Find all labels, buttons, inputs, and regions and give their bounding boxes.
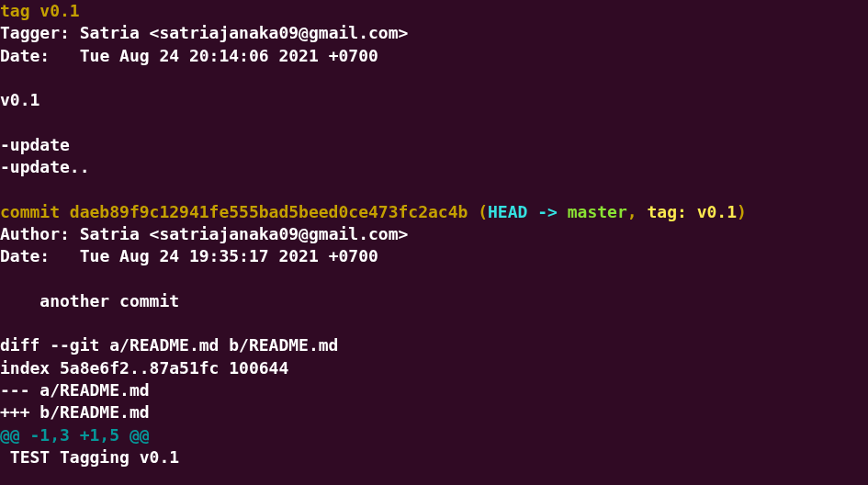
commit-message: another commit: [0, 291, 179, 310]
tag-msg-2: -update..: [0, 157, 90, 176]
author-label: Author:: [0, 224, 80, 243]
commit-date-label: Date:: [0, 246, 80, 265]
paren-close: ): [737, 202, 747, 221]
tag-version: v0.1: [0, 90, 39, 109]
tag-ref: tag: v0.1: [647, 202, 737, 221]
commit-hash: daeb89f9c12941fe555bad5beed0ce473fc2ac4b: [70, 202, 468, 221]
diff-index: index 5a8e6f2..87a51fc 100644: [0, 358, 288, 378]
diff-plus-file: +++ b/README.md: [0, 402, 150, 422]
author-value: Satria <satriajanaka09@gmail.com>: [80, 224, 409, 243]
diff-minus-file: --- a/README.md: [0, 380, 150, 400]
tagger-label: Tagger:: [0, 23, 80, 42]
diff-header: diff --git a/README.md b/README.md: [0, 335, 338, 355]
tag-msg-1: -update: [0, 135, 70, 154]
tag-date-label: Date:: [0, 46, 80, 65]
head-ref: HEAD ->: [488, 202, 568, 221]
tag-date-value: Tue Aug 24 20:14:06 2021 +0700: [80, 46, 378, 65]
tagger-value: Satria <satriajanaka09@gmail.com>: [80, 23, 409, 42]
paren-open: (: [468, 202, 488, 221]
comma-sep: ,: [627, 202, 648, 221]
tag-header-line: tag v0.1: [0, 1, 80, 20]
diff-context-1: TEST Tagging v0.1: [0, 447, 179, 467]
commit-date-value: Tue Aug 24 19:35:17 2021 +0700: [80, 246, 378, 265]
commit-prefix: commit: [0, 202, 70, 221]
terminal-output: tag v0.1 Tagger: Satria <satriajanaka09@…: [0, 0, 868, 485]
diff-hunk: @@ -1,3 +1,5 @@: [0, 425, 150, 445]
branch-name: master: [568, 202, 627, 221]
